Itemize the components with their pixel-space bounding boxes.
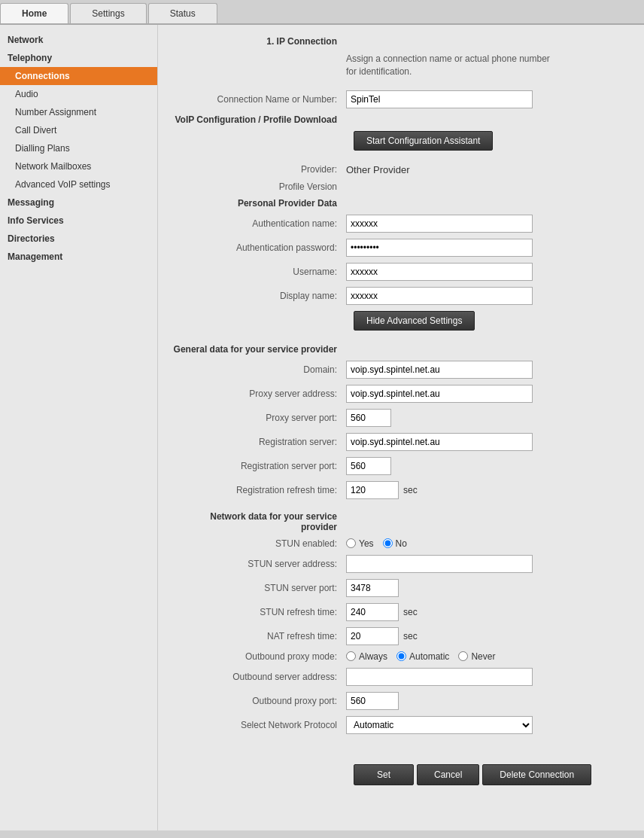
reg-refresh-value-wrap: sec [346,481,629,499]
hide-advanced-button[interactable]: Hide Advanced Settings [354,311,475,331]
proxy-server-input[interactable] [346,385,533,403]
sidebar-item-connections[interactable]: Connections [0,67,157,85]
tab-status[interactable]: Status [148,3,217,23]
sidebar-section-messaging[interactable]: Messaging [0,194,157,212]
nat-refresh-value-wrap: sec [346,627,629,645]
sidebar-section-info-services[interactable]: Info Services [0,212,157,230]
sidebar-section-network[interactable]: Network [0,31,157,49]
network-data-header-row: Network data for your service provider [173,511,629,532]
outbound-never-radio[interactable] [458,651,468,661]
outbound-automatic-label[interactable]: Automatic [396,651,449,662]
nat-refresh-unit: sec [403,631,418,641]
outbound-automatic-radio[interactable] [396,651,406,661]
stun-enabled-options: Yes No [346,538,629,549]
stun-server-input[interactable] [346,555,533,573]
select-protocol-value-wrap: Automatic UDP TCP TLS [346,716,629,734]
reg-refresh-input[interactable] [346,481,399,499]
outbound-server-row: Outbound server address: [173,668,629,686]
proxy-server-row: Proxy server address: [173,385,629,403]
outbound-proxy-mode-row: Outbound proxy mode: Always Automatic Ne… [173,651,629,662]
tab-home[interactable]: Home [0,3,68,23]
outbound-proxy-port-input[interactable] [346,692,399,710]
personal-provider-label: Personal Provider Data [173,198,346,209]
auth-password-row: Authentication password: [173,239,629,257]
delete-connection-button[interactable]: Delete Connection [482,764,591,785]
reg-server-input[interactable] [346,433,533,451]
reg-refresh-unit: sec [403,485,418,495]
domain-input[interactable] [346,361,533,379]
outbound-server-input[interactable] [346,668,533,686]
proxy-port-input[interactable] [346,409,391,427]
cancel-button[interactable]: Cancel [417,764,479,785]
domain-label: Domain: [173,364,346,375]
username-input[interactable] [346,263,533,281]
sidebar-item-number-assignment[interactable]: Number Assignment [0,103,157,121]
connection-name-value-wrap [346,90,629,108]
reg-refresh-label: Registration refresh time: [173,485,346,495]
auth-name-row: Authentication name: [173,215,629,233]
reg-server-port-row: Registration server port: [173,457,629,475]
reg-server-port-input[interactable] [346,457,391,475]
nat-refresh-input[interactable] [346,627,399,645]
stun-port-label: STUN server port: [173,583,346,593]
nat-refresh-row: NAT refresh time: sec [173,627,629,645]
sidebar-item-network-mailboxes[interactable]: Network Mailboxes [0,157,157,175]
stun-server-label: STUN server address: [173,559,346,569]
reg-server-port-label: Registration server port: [173,461,346,471]
outbound-always-label[interactable]: Always [346,651,387,662]
sidebar: Network Telephony Connections Audio Numb… [0,25,158,830]
outbound-automatic-text: Automatic [409,651,449,662]
stun-enabled-label: STUN enabled: [173,538,346,549]
set-button[interactable]: Set [354,764,414,785]
auth-name-input[interactable] [346,215,533,233]
stun-refresh-input[interactable] [346,603,399,621]
stun-port-row: STUN server port: [173,579,629,597]
start-config-button[interactable]: Start Configuration Assistant [354,131,493,151]
outbound-always-text: Always [359,651,387,662]
connection-name-input[interactable] [346,90,533,108]
sidebar-item-call-divert[interactable]: Call Divert [0,121,157,139]
outbound-proxy-mode-options: Always Automatic Never [346,651,629,662]
reg-server-port-value-wrap [346,457,629,475]
domain-value-wrap [346,361,629,379]
proxy-server-label: Proxy server address: [173,389,346,399]
select-protocol-row: Select Network Protocol Automatic UDP TC… [173,716,629,734]
outbound-never-label[interactable]: Never [458,651,495,662]
sidebar-section-telephony[interactable]: Telephony [0,49,157,67]
stun-port-input[interactable] [346,579,399,597]
ip-connection-row: 1. IP Connection [173,36,629,47]
assign-info-row: Assign a connection name or actual phone… [173,53,629,78]
voip-config-row: VoIP Configuration / Profile Download [173,114,629,125]
tab-settings[interactable]: Settings [70,3,146,23]
stun-no-label[interactable]: No [383,538,407,549]
stun-port-value-wrap [346,579,629,597]
general-data-header-row: General data for your service provider [173,344,629,355]
username-label: Username: [173,267,346,277]
ip-connection-label: 1. IP Connection [173,36,346,47]
profile-version-row: Profile Version [173,181,629,192]
nat-refresh-label: NAT refresh time: [173,631,346,641]
outbound-always-radio[interactable] [346,651,356,661]
sidebar-section-directories[interactable]: Directories [0,230,157,248]
username-row: Username: [173,263,629,281]
sidebar-item-audio[interactable]: Audio [0,85,157,103]
bottom-buttons: Set Cancel Delete Connection [354,764,629,785]
outbound-server-value-wrap [346,668,629,686]
display-name-input[interactable] [346,287,533,305]
stun-yes-radio[interactable] [346,538,356,548]
voip-config-label: VoIP Configuration / Profile Download [173,114,346,125]
sidebar-item-dialling-plans[interactable]: Dialling Plans [0,139,157,157]
proxy-port-label: Proxy server port: [173,413,346,423]
auth-name-value-wrap [346,215,629,233]
outbound-never-text: Never [471,651,495,662]
stun-yes-label[interactable]: Yes [346,538,374,549]
outbound-server-label: Outbound server address: [173,672,346,682]
sidebar-item-advanced-voip[interactable]: Advanced VoIP settings [0,175,157,194]
stun-refresh-label: STUN refresh time: [173,607,346,617]
auth-password-input[interactable] [346,239,533,257]
outbound-proxy-port-label: Outbound proxy port: [173,696,346,706]
auth-password-label: Authentication password: [173,242,346,253]
stun-no-radio[interactable] [383,538,393,548]
select-protocol-select[interactable]: Automatic UDP TCP TLS [346,716,533,734]
sidebar-section-management[interactable]: Management [0,248,157,266]
